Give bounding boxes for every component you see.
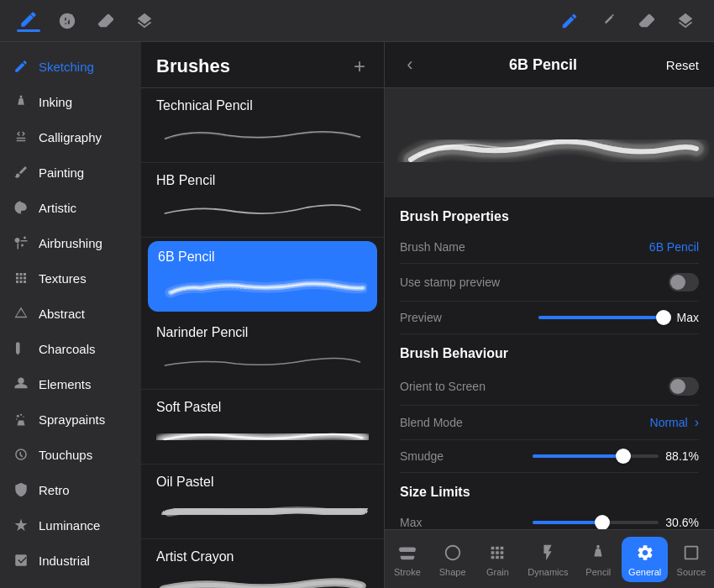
source-icon <box>680 542 702 564</box>
tab-general[interactable]: General <box>622 537 668 582</box>
brush-item-hb-pencil[interactable]: HB Pencil <box>141 163 384 238</box>
abstract-icon <box>12 304 30 323</box>
svg-point-1 <box>18 204 20 206</box>
svg-point-9 <box>460 150 462 151</box>
sidebar-item-painting[interactable]: Painting <box>0 155 141 190</box>
sketching-icon <box>12 57 30 76</box>
add-brush-button[interactable]: + <box>350 56 369 76</box>
slider-fill-preview <box>538 316 664 319</box>
svg-rect-4 <box>16 343 20 353</box>
sidebar-item-spraypaints[interactable]: Spraypaints <box>0 402 141 437</box>
brush-settings-panel: ‹ 6B Pencil Reset <box>385 42 714 588</box>
tab-grain[interactable]: Grain <box>475 537 519 582</box>
general-icon <box>634 542 656 564</box>
pen-icon-right[interactable] <box>596 9 620 33</box>
brush-item-oil-pastel[interactable]: Oil Pastel <box>141 465 384 539</box>
pencil-icon-left[interactable] <box>17 8 40 31</box>
tab-source[interactable]: Source <box>669 537 713 582</box>
row-blend-mode[interactable]: Blend Mode Normal › <box>400 406 699 440</box>
svg-point-13 <box>595 144 596 146</box>
slider-thumb-max[interactable] <box>595 515 610 529</box>
pencil-tab-icon <box>587 542 609 564</box>
sidebar-label-spraypaints: Spraypaints <box>39 412 105 427</box>
svg-point-7 <box>23 416 24 417</box>
slider-track-max[interactable] <box>533 521 659 524</box>
section-title-brush-properties: Brush Properties <box>400 197 699 231</box>
row-orient-screen: Orient to Screen <box>400 368 699 406</box>
left-tools <box>17 8 156 34</box>
tab-shape[interactable]: Shape <box>431 537 475 582</box>
slider-max <box>533 521 659 524</box>
tab-pencil[interactable]: Pencil <box>576 537 620 582</box>
toggle-stamp-preview[interactable] <box>669 273 699 291</box>
brush-name-artist-crayon: Artist Crayon <box>156 549 369 564</box>
pen-tool-left[interactable] <box>55 9 79 33</box>
stroke-preview-artist-crayon <box>156 570 369 588</box>
sidebar-item-airbrushing[interactable]: Airbrushing <box>0 225 141 260</box>
row-stamp-preview: Use stamp preview <box>400 264 699 302</box>
value-brush-name[interactable]: 6B Pencil <box>649 240 699 254</box>
sidebar-label-luminance: Luminance <box>39 518 100 533</box>
sidebar-item-industrial[interactable]: Industrial <box>0 543 141 578</box>
layers-tool-left[interactable] <box>133 9 156 33</box>
sidebar-item-retro[interactable]: Retro <box>0 472 141 507</box>
right-tools <box>558 9 697 33</box>
tab-label-stroke: Stroke <box>394 567 421 577</box>
slider-track-preview[interactable] <box>538 316 670 319</box>
sidebar-item-artistic[interactable]: Artistic <box>0 190 141 225</box>
svg-point-10 <box>494 146 495 147</box>
brush-list-title: Brushes <box>156 55 230 77</box>
value-blend-mode[interactable]: Normal <box>650 416 688 429</box>
brush-list-panel: Brushes + Technical Pencil HB Pencil <box>141 42 385 588</box>
sidebar-item-charcoals[interactable]: Charcoals <box>0 331 141 366</box>
sidebar-label-elements: Elements <box>39 377 92 391</box>
tab-stroke[interactable]: Stroke <box>386 537 429 582</box>
label-preview: Preview <box>400 311 532 324</box>
brush-item-soft-pastel[interactable]: Soft Pastel <box>141 390 384 465</box>
brush-list-items: Technical Pencil HB Pencil <box>141 88 384 588</box>
brush-item-artist-crayon[interactable]: Artist Crayon <box>141 539 384 588</box>
sidebar-item-elements[interactable]: Elements <box>0 366 141 402</box>
sidebar-item-touchups[interactable]: Touchups <box>0 437 141 472</box>
sidebar-item-sketching[interactable]: Sketching <box>0 49 141 84</box>
touchups-icon <box>12 445 30 464</box>
value-smudge: 88.1% <box>665 449 699 463</box>
pencil-icon-right[interactable] <box>558 9 581 33</box>
layers-icon-right[interactable] <box>674 9 697 33</box>
sidebar-item-luminance[interactable]: Luminance <box>0 507 141 543</box>
sidebar-item-calligraphy[interactable]: Calligraphy <box>0 119 141 155</box>
slider-track-smudge[interactable] <box>533 454 659 458</box>
eraser-tool-left[interactable] <box>94 9 118 33</box>
brush-name-soft-pastel: Soft Pastel <box>156 400 369 415</box>
tab-label-grain: Grain <box>486 567 509 577</box>
tab-label-pencil: Pencil <box>585 567 611 577</box>
svg-point-5 <box>17 415 19 417</box>
tab-label-dynamics: Dynamics <box>528 567 568 577</box>
sidebar-label-calligraphy: Calligraphy <box>39 130 102 144</box>
sidebar-label-charcoals: Charcoals <box>39 342 96 356</box>
svg-point-2 <box>22 204 24 206</box>
sidebar-item-abstract[interactable]: Abstract <box>0 296 141 331</box>
sidebar-item-textures[interactable]: Textures <box>0 260 141 296</box>
svg-point-15 <box>444 154 445 155</box>
brush-item-technical-pencil[interactable]: Technical Pencil <box>141 88 384 163</box>
slider-thumb-smudge[interactable] <box>616 449 631 464</box>
eraser-icon-right[interactable] <box>635 9 659 33</box>
tab-dynamics[interactable]: Dynamics <box>521 537 575 582</box>
top-toolbar <box>0 0 714 42</box>
row-brush-name: Brush Name 6B Pencil <box>400 231 699 264</box>
toggle-orient-screen[interactable] <box>669 377 699 396</box>
back-button[interactable]: ‹ <box>400 54 420 76</box>
pencil-tool-left[interactable] <box>17 8 40 34</box>
slider-fill-max <box>533 521 602 524</box>
charcoals-icon <box>12 339 30 358</box>
slider-thumb-preview[interactable] <box>656 310 671 325</box>
sidebar-item-inking[interactable]: Inking <box>0 84 141 119</box>
chevron-blend-mode: › <box>695 415 699 430</box>
brush-item-6b-pencil[interactable]: 6B Pencil <box>148 241 377 312</box>
brush-item-narinder-pencil[interactable]: Narinder Pencil <box>141 315 384 390</box>
row-smudge: Smudge 88.1% <box>400 440 699 473</box>
reset-button[interactable]: Reset <box>666 58 699 72</box>
svg-point-14 <box>628 148 629 149</box>
label-max-size: Max <box>400 516 526 529</box>
